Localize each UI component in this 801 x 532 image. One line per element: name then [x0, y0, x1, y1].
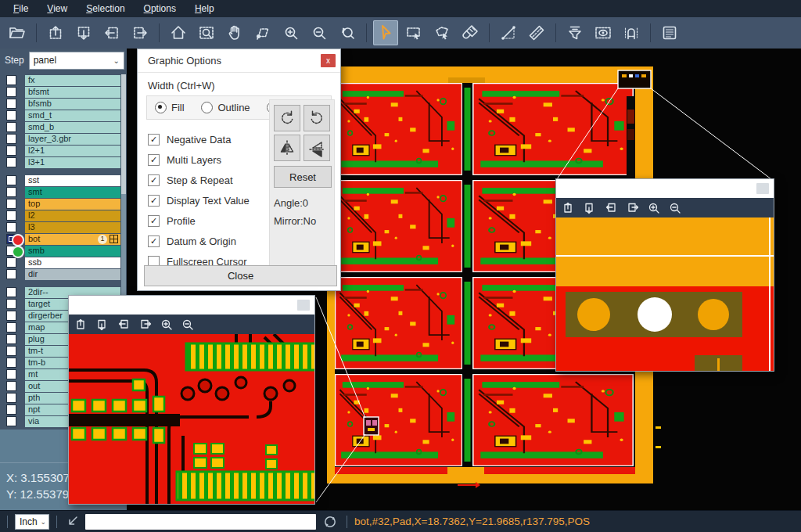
layer-name[interactable]: dir [25, 269, 120, 280]
layer-row-smb[interactable]: smb [0, 246, 120, 257]
layer-name[interactable]: smt [25, 187, 120, 198]
layer-checkbox[interactable] [6, 157, 16, 167]
layer-name[interactable]: layer_3.gbr [25, 134, 120, 145]
layer-checkbox[interactable] [6, 287, 16, 297]
checkbox-icon[interactable]: ✓ [148, 215, 160, 227]
menu-help[interactable]: Help [186, 2, 223, 16]
filter-button[interactable] [562, 20, 587, 45]
menu-file[interactable]: File [5, 2, 37, 16]
checkbox-icon[interactable]: ✓ [148, 174, 160, 186]
layer-row-l3+1[interactable]: l3+1 [0, 157, 120, 169]
layer-checkbox[interactable] [6, 393, 16, 403]
layer-row-bfsmb[interactable]: bfsmb [0, 99, 120, 110]
command-input[interactable] [85, 514, 316, 530]
unit-select[interactable]: Inch ⌄ [15, 514, 49, 530]
reset-button[interactable]: Reset [274, 166, 332, 188]
view-left-button[interactable] [99, 20, 124, 45]
layer-name[interactable]: bot1 [25, 234, 120, 245]
dialog-checkbox-display-text-value[interactable]: ✓Display Text Value [148, 190, 250, 210]
dialog-title-bar[interactable]: Graphic Options x [138, 49, 340, 73]
view-right-button[interactable] [128, 20, 153, 45]
checkbox-icon[interactable]: ✓ [148, 134, 160, 146]
layer-checkbox[interactable] [6, 122, 16, 132]
select-rectangle-button[interactable] [401, 20, 426, 45]
layer-name[interactable]: smd_b [25, 122, 120, 133]
rotate-cw-button[interactable] [274, 105, 300, 131]
view-up-button[interactable] [43, 20, 68, 45]
layer-name[interactable]: l3+1 [25, 157, 120, 168]
open-file-button[interactable] [5, 20, 30, 45]
report-list-button[interactable] [657, 20, 682, 45]
layer-row-fx[interactable]: fx [0, 75, 120, 87]
layer-checkbox[interactable] [6, 175, 16, 185]
zoom-in-icon[interactable] [160, 318, 174, 332]
layer-checkbox[interactable] [6, 222, 16, 232]
layer-checkbox[interactable] [6, 199, 16, 209]
select-polygon-button[interactable] [429, 20, 454, 45]
layer-checkbox[interactable] [6, 346, 16, 356]
view-down-icon[interactable] [584, 201, 598, 215]
magnifier-window-bottom-left[interactable] [68, 295, 315, 505]
layer-checkbox[interactable] [6, 257, 16, 268]
view-up-icon[interactable] [562, 201, 577, 215]
pick-point-icon[interactable] [66, 515, 80, 528]
menu-view[interactable]: View [38, 2, 76, 16]
menu-selection[interactable]: Selection [77, 2, 133, 16]
flip-horizontal-button[interactable] [274, 135, 300, 161]
magnifier-pad-view[interactable] [556, 217, 774, 371]
zoom-in-icon[interactable] [647, 201, 661, 215]
view-down-button[interactable] [71, 20, 96, 45]
layer-checkbox[interactable] [6, 269, 16, 279]
measure-distance-button[interactable] [496, 20, 521, 45]
layer-checkbox[interactable] [6, 404, 16, 415]
magnifier-pcb-view[interactable] [69, 334, 314, 504]
window-button[interactable] [756, 183, 769, 194]
view-up-icon[interactable] [75, 318, 89, 332]
layer-checkbox[interactable] [6, 369, 16, 379]
layer-checkbox[interactable] [6, 146, 16, 156]
dialog-checkbox-multi-layers[interactable]: ✓Multi Layers [148, 149, 250, 170]
checkbox-icon[interactable]: ✓ [148, 235, 160, 247]
dialog-checkbox-profile[interactable]: ✓Profile [148, 210, 250, 231]
layer-name[interactable]: l2+1 [25, 146, 120, 156]
layer-row-sst[interactable]: sst [0, 175, 120, 187]
radio-outline[interactable]: Outline [201, 102, 250, 113]
layer-checkbox[interactable] [6, 358, 16, 368]
zoom-out-icon[interactable] [668, 201, 682, 215]
view-down-icon[interactable] [96, 318, 110, 332]
layer-checkbox[interactable] [6, 334, 16, 344]
layer-row-dir[interactable]: dir [0, 269, 120, 281]
layer-row-bfsmt[interactable]: bfsmt [0, 87, 120, 99]
view-left-icon[interactable] [117, 318, 131, 332]
flip-vertical-button[interactable] [304, 135, 330, 161]
layer-name[interactable]: smb [25, 246, 120, 257]
layer-row-smd_t[interactable]: smd_t [0, 110, 120, 122]
layer-name[interactable]: smd_t [25, 110, 120, 121]
zoom-window-button[interactable] [194, 20, 219, 45]
layer-name[interactable]: top [25, 199, 120, 210]
layer-row-smd_b[interactable]: smd_b [0, 122, 120, 134]
snap-magnet-button[interactable] [619, 20, 644, 45]
home-view-button[interactable] [166, 20, 191, 45]
layer-checkbox[interactable] [6, 87, 16, 97]
dialog-checkbox-negative-data[interactable]: ✓Negative Data [148, 129, 250, 149]
layer-name[interactable]: l2 [25, 210, 120, 221]
refresh-icon[interactable] [323, 515, 337, 529]
layer-checkbox[interactable] [6, 187, 16, 197]
layer-row-l3[interactable]: l3 [0, 222, 120, 234]
window-button[interactable] [297, 300, 310, 311]
view-left-icon[interactable] [605, 201, 619, 215]
zoom-out-button[interactable] [307, 20, 332, 45]
dialog-close-button[interactable]: Close [144, 265, 337, 286]
rotate-ccw-button[interactable] [304, 105, 330, 131]
close-button[interactable]: x [321, 54, 336, 67]
layer-row-ssb[interactable]: ssb [0, 257, 120, 269]
brush-button[interactable] [458, 20, 483, 45]
zoom-area-button[interactable] [250, 20, 275, 45]
checkbox-icon[interactable]: ✓ [148, 195, 160, 207]
layer-name[interactable]: fx [25, 75, 120, 86]
layer-checkbox[interactable] [6, 299, 16, 309]
view-right-icon[interactable] [138, 318, 153, 332]
layer-row-l2+1[interactable]: l2+1 [0, 146, 120, 157]
layer-checkbox[interactable] [6, 416, 16, 426]
